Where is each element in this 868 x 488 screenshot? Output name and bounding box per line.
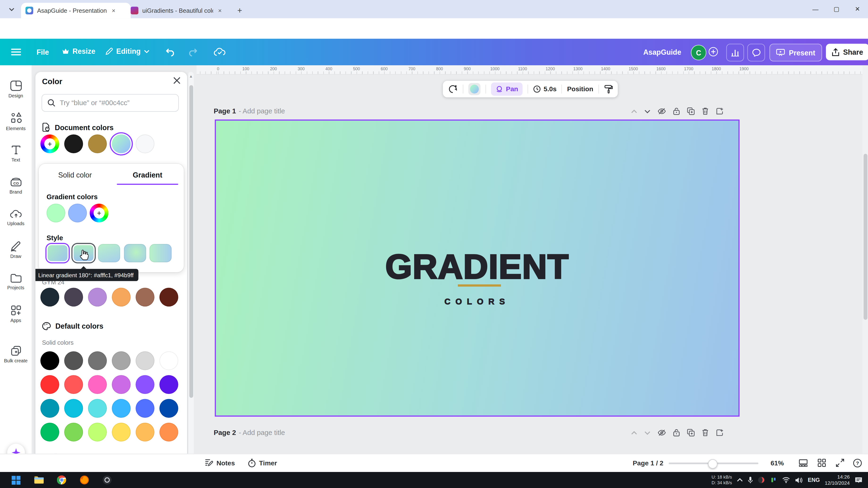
tab-close-icon[interactable]: ×	[112, 7, 115, 14]
browser-tab-inactive[interactable]: uiGradients - Beautiful colored ×	[126, 3, 237, 19]
panel-scrollbar-thumb[interactable]	[189, 85, 193, 398]
pages-grid-button[interactable]	[817, 459, 826, 467]
tab-solid-color[interactable]: Solid color	[39, 164, 111, 185]
hide-page-icon[interactable]	[658, 108, 666, 115]
present-button[interactable]: Present	[769, 44, 822, 61]
solid-color-swatch[interactable]	[88, 399, 107, 418]
solid-color-swatch[interactable]	[112, 351, 131, 370]
gym-color-swatch[interactable]	[112, 288, 131, 306]
sidebar-item-apps[interactable]: Apps	[0, 298, 32, 330]
help-button[interactable]: ?	[853, 459, 862, 468]
page-indicator[interactable]: Page 1 / 2	[633, 459, 663, 467]
wifi-icon[interactable]	[782, 477, 790, 483]
window-minimize-button[interactable]: —	[805, 0, 826, 18]
window-close-button[interactable]: ✕	[847, 0, 868, 18]
doc-color-gold[interactable]	[88, 134, 107, 153]
new-tab-button[interactable]: +	[235, 5, 245, 15]
solid-color-swatch[interactable]	[40, 423, 59, 442]
delete-page-icon[interactable]	[702, 107, 709, 115]
notes-button[interactable]: Notes	[205, 459, 235, 467]
move-page-down-icon[interactable]	[644, 109, 651, 113]
slide-divider[interactable]	[458, 284, 501, 286]
solid-color-swatch[interactable]	[88, 375, 107, 394]
duration-button[interactable]: 5.0s	[533, 85, 556, 93]
slide-page-1[interactable]: GRADIENT COLORS	[215, 120, 740, 417]
style-linear-horizontal[interactable]	[150, 244, 172, 262]
app-tray-icon[interactable]	[770, 477, 777, 484]
start-button[interactable]	[9, 474, 23, 487]
doc-color-white[interactable]	[135, 134, 154, 153]
zoom-slider[interactable]	[669, 462, 758, 464]
delete-page-icon[interactable]	[702, 429, 709, 436]
style-radial[interactable]	[124, 244, 146, 262]
add-gradient-stop-button[interactable]: +	[90, 204, 108, 223]
add-document-color-button[interactable]: +	[40, 134, 59, 153]
style-linear-180-hover[interactable]	[72, 244, 94, 262]
file-explorer-icon[interactable]	[32, 474, 45, 487]
sidebar-item-bulk-create[interactable]: Bulk create	[0, 338, 32, 370]
gradient-stop-blue[interactable]	[68, 204, 87, 223]
duplicate-page-icon[interactable]	[687, 429, 695, 436]
sidebar-item-uploads[interactable]: Uploads	[0, 201, 32, 233]
solid-color-swatch[interactable]	[64, 423, 83, 442]
gradient-stop-green[interactable]	[46, 204, 65, 223]
solid-color-swatch[interactable]	[40, 399, 59, 418]
grid-view-button[interactable]	[799, 459, 808, 467]
undo-icon[interactable]	[166, 47, 176, 57]
fullscreen-button[interactable]	[836, 459, 844, 467]
solid-color-swatch[interactable]	[135, 399, 154, 418]
panel-close-icon[interactable]	[173, 77, 181, 84]
tray-clock[interactable]: 14:2612/10/2024	[825, 474, 850, 486]
paint-roller-icon[interactable]	[604, 85, 613, 94]
file-menu[interactable]: File	[36, 48, 49, 56]
timer-button[interactable]: Timer	[248, 459, 277, 468]
gym-color-swatch[interactable]	[159, 288, 178, 306]
invite-member-icon[interactable]	[709, 47, 718, 56]
editing-mode-menu[interactable]: Editing	[105, 47, 150, 55]
solid-color-swatch[interactable]	[112, 375, 131, 394]
page1-title-hint[interactable]: - Add page title	[239, 107, 285, 115]
duplicate-page-icon[interactable]	[687, 107, 695, 115]
position-button[interactable]: Position	[567, 85, 593, 93]
tab-gradient[interactable]: Gradient	[111, 164, 184, 185]
redo-icon[interactable]	[187, 47, 197, 57]
solid-color-swatch[interactable]	[40, 375, 59, 394]
insights-button[interactable]	[726, 44, 744, 61]
browser-tab-active[interactable]: AsapGuide - Presentation ×	[21, 3, 131, 19]
move-page-up-icon[interactable]	[631, 431, 637, 434]
add-page-icon[interactable]	[716, 107, 724, 115]
animate-icon[interactable]	[448, 85, 458, 94]
hide-page-icon[interactable]	[658, 429, 666, 436]
solid-color-swatch[interactable]	[64, 375, 83, 394]
main-menu-icon[interactable]	[11, 48, 21, 56]
background-color-button[interactable]	[468, 83, 481, 95]
opera-tray-icon[interactable]	[758, 477, 766, 484]
solid-color-swatch[interactable]	[88, 423, 107, 442]
sidebar-item-elements[interactable]: Elements	[0, 105, 32, 137]
add-page-icon[interactable]	[716, 429, 724, 436]
solid-color-swatch[interactable]	[88, 351, 107, 370]
style-linear-alt[interactable]	[98, 244, 120, 262]
solid-color-swatch[interactable]	[135, 351, 154, 370]
color-search-input[interactable]: Try “blue” or “#00c4cc”	[41, 94, 179, 112]
sidebar-item-draw[interactable]: Draw	[0, 233, 32, 265]
window-maximize-button[interactable]: ▢	[826, 0, 847, 18]
solid-color-swatch[interactable]	[159, 423, 178, 442]
move-page-up-icon[interactable]	[631, 109, 637, 113]
tab-search-chevron-icon[interactable]	[4, 4, 19, 15]
sidebar-item-brand[interactable]: CO Brand	[0, 169, 32, 201]
gym-color-swatch[interactable]	[40, 288, 59, 306]
notification-center-icon[interactable]	[855, 477, 863, 484]
solid-color-swatch[interactable]	[112, 399, 131, 418]
language-indicator[interactable]: ENG	[808, 477, 820, 483]
style-linear-selected[interactable]	[46, 244, 69, 262]
lock-page-icon[interactable]	[673, 107, 680, 115]
resize-menu[interactable]: Resize	[62, 47, 95, 55]
microphone-icon[interactable]	[748, 477, 753, 484]
solid-color-swatch[interactable]	[135, 375, 154, 394]
move-page-down-icon[interactable]	[644, 431, 651, 434]
obs-app-icon[interactable]	[100, 474, 114, 487]
sidebar-item-design[interactable]: Design	[0, 73, 32, 105]
account-avatar[interactable]: C	[691, 45, 706, 60]
tray-expand-icon[interactable]	[737, 478, 743, 482]
